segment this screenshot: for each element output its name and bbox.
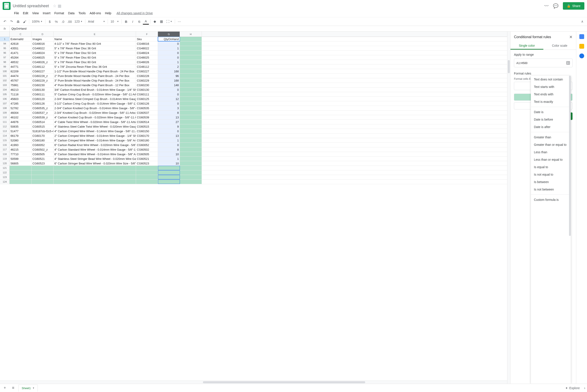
dropdown-option[interactable]: Date is before	[531, 116, 571, 123]
cell[interactable]: CG60170	[32, 134, 54, 138]
dropdown-option[interactable]: Date is	[531, 108, 571, 116]
range-input[interactable]: A1:H500	[514, 58, 572, 67]
dropdown-option[interactable]: Greater than	[531, 134, 571, 141]
dropdown-option[interactable]: Custom formula is	[531, 196, 571, 204]
cell[interactable]: CG60125	[136, 97, 158, 101]
dropdown-option[interactable]: Text does not contain	[531, 76, 571, 83]
cell[interactable]: CG60111	[32, 92, 54, 96]
dropdown-option[interactable]: Less than	[531, 148, 571, 156]
sheet-tab[interactable]: Sheet1▼	[19, 384, 38, 392]
cell[interactable]	[136, 166, 158, 170]
cell[interactable]: 4" Pure Bristle Wood Handle Chip Paint B…	[54, 83, 136, 87]
row-header[interactable]: 122	[0, 170, 10, 175]
cell[interactable]: CG60052	[32, 143, 54, 147]
cell[interactable]: 1	[158, 156, 180, 161]
cell[interactable]	[180, 55, 202, 60]
column-label[interactable]: QtyOnHand	[158, 37, 180, 41]
col-header-E[interactable]: E	[54, 32, 136, 36]
cell[interactable]: 3/4" Carbon Knotted End Brush - 0.014mm …	[54, 88, 136, 92]
cell[interactable]: 13	[158, 134, 180, 138]
cell[interactable]: 1	[158, 60, 180, 64]
cell[interactable]: CG48026_z	[32, 60, 54, 64]
menu-insert[interactable]: Insert	[41, 10, 52, 16]
col-header-F[interactable]: F	[136, 32, 158, 36]
cell[interactable]: CG48022	[32, 46, 54, 50]
cell[interactable]	[180, 115, 202, 120]
cell[interactable]: 43551	[10, 46, 32, 50]
cell[interactable]	[180, 74, 202, 78]
cell[interactable]	[32, 166, 54, 170]
cell[interactable]	[180, 69, 202, 74]
merge-button[interactable]: ⛶▼	[165, 20, 174, 23]
cell[interactable]: CG48016	[136, 42, 158, 46]
cell[interactable]: CG60521	[136, 156, 158, 161]
decrease-decimal-button[interactable]: .0	[60, 18, 66, 24]
cell[interactable]	[136, 170, 158, 175]
cell[interactable]	[180, 110, 202, 115]
cell[interactable]: 4" Carbon Knotted Cup Brush - 0.020mm Wi…	[54, 115, 136, 120]
cell[interactable]	[180, 161, 202, 166]
cell[interactable]	[180, 134, 202, 138]
cell[interactable]: CG48024	[136, 51, 158, 55]
cell[interactable]: 4" Cable Twist Wire Wheel - 0.020mm Wire…	[54, 120, 136, 124]
cell[interactable]	[136, 175, 158, 179]
cell[interactable]	[32, 170, 54, 175]
cell[interactable]	[158, 180, 180, 184]
cell[interactable]: 0	[158, 92, 180, 96]
row-header[interactable]: 97	[0, 55, 10, 60]
cell[interactable]: CG60229_z	[32, 78, 54, 83]
cell[interactable]: 4" Stainless Steel Cable Twist Wire Whee…	[54, 124, 136, 129]
row-header[interactable]: 111	[0, 120, 10, 124]
column-label[interactable]: Images	[32, 37, 54, 41]
dropdown-option[interactable]: Date is after	[531, 123, 571, 131]
menu-data[interactable]: Data	[66, 10, 76, 16]
cell[interactable]	[32, 180, 54, 184]
col-header-G[interactable]: G	[158, 32, 180, 36]
cell[interactable]: 44474	[10, 74, 32, 78]
cell[interactable]: CG60523	[32, 161, 54, 166]
cell[interactable]	[180, 51, 202, 55]
close-icon[interactable]: ✕	[569, 35, 572, 40]
menu-edit[interactable]: Edit	[21, 10, 30, 16]
cell[interactable]: 2	[158, 64, 180, 69]
bold-button[interactable]: B	[123, 18, 129, 24]
cell[interactable]: 8	[158, 147, 180, 152]
cell[interactable]	[180, 152, 202, 156]
cell[interactable]: 45264	[10, 55, 32, 60]
cell[interactable]	[180, 129, 202, 133]
cell[interactable]: CG60150	[136, 129, 158, 133]
calendar-addon-icon[interactable]	[579, 34, 584, 39]
print-button[interactable]: 🖶	[15, 18, 21, 24]
cell[interactable]: CG60126	[32, 101, 54, 106]
cell[interactable]: CG60170	[136, 134, 158, 138]
cell[interactable]: CG48026	[136, 60, 158, 64]
cell[interactable]: CG60227	[32, 69, 54, 74]
row-header[interactable]: 106	[0, 97, 10, 101]
row-header[interactable]: 121	[0, 166, 10, 170]
borders-button[interactable]: ▦	[158, 18, 165, 24]
formula-bar[interactable]: QtyOnHand	[10, 27, 27, 30]
cell[interactable]: 50835	[10, 124, 32, 129]
cell[interactable]	[180, 170, 202, 175]
zoom-select[interactable]: 100%▼	[31, 20, 44, 23]
dropdown-option[interactable]: Less than or equal to	[531, 156, 571, 163]
cell[interactable]: CG60180	[136, 138, 158, 142]
cell[interactable]: CG60230	[32, 83, 54, 87]
more-toolbar-button[interactable]: ⋯	[176, 18, 183, 24]
tab-single-color[interactable]: Single color	[510, 42, 543, 50]
dropdown-option[interactable]: Text is exactly	[531, 98, 571, 106]
cell[interactable]: 48532	[10, 60, 32, 64]
cell[interactable]: CG48112	[136, 64, 158, 69]
dropdown-option[interactable]: Greater than or equal to	[531, 141, 571, 148]
cell[interactable]	[180, 156, 202, 161]
row-header[interactable]: 101	[0, 74, 10, 78]
dropdown-option[interactable]: Is not equal to	[531, 171, 571, 178]
cell[interactable]: CG60229	[136, 78, 158, 83]
cell[interactable]: 0	[158, 88, 180, 92]
share-button[interactable]: 🔒 Share	[563, 2, 584, 10]
cell[interactable]: CG48022	[136, 46, 158, 50]
cell[interactable]	[180, 175, 202, 179]
cell[interactable]: 4" Stainless Steel Stringer Bead Wire Wh…	[54, 156, 136, 161]
cell[interactable]: 75981	[10, 83, 32, 87]
cell[interactable]: CG60227	[136, 69, 158, 74]
